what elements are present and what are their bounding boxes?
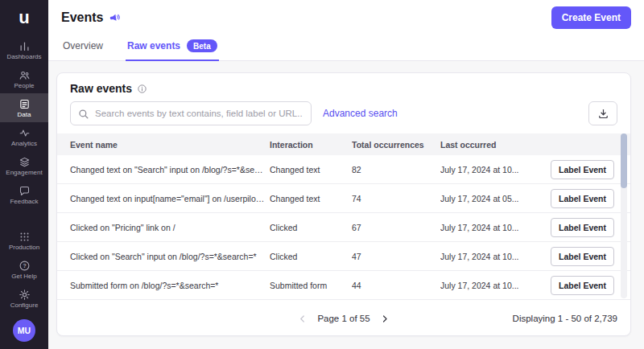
table-row: Changed text on input[name="email"] on /… <box>57 184 630 213</box>
event-name-cell: Changed text on input[name="email"] on /… <box>70 194 265 203</box>
sidebar-item-dashboards[interactable]: Dashboards <box>0 35 48 64</box>
column-header: Last occurred <box>440 140 542 150</box>
tab-label: Raw events <box>127 40 180 51</box>
main-area: Events Create Event Overview Raw events … <box>48 0 644 349</box>
help-icon <box>19 260 31 272</box>
sidebar-item-production[interactable]: Production <box>0 226 48 255</box>
last-occurred-cell: July 17, 2024 at 10... <box>440 223 542 232</box>
sidebar-item-label: Get Help <box>11 273 37 280</box>
event-name-cell: Clicked on "Search" input on /blog/?s=*&… <box>70 252 265 261</box>
table-header: Event nameInteractionTotal occurrencesLa… <box>57 133 630 155</box>
table-row: Submitted form on /blog/?s=*&search=* Su… <box>57 271 630 300</box>
last-occurred-cell: July 17, 2024 at 05... <box>440 194 542 203</box>
chevron-left-icon <box>297 314 308 324</box>
table-header-row: Event nameInteractionTotal occurrencesLa… <box>57 133 630 155</box>
sidebar-item-analytics[interactable]: Analytics <box>0 122 48 151</box>
column-header: Event name <box>70 140 265 150</box>
page-indicator: Page 1 of 55 <box>317 314 369 323</box>
sidebar-item-label: People <box>14 83 35 89</box>
sidebar-nav: Dashboards People Data Analytics Engagem… <box>0 35 48 313</box>
info-icon[interactable] <box>137 84 147 94</box>
sidebar-item-feedback[interactable]: Feedback <box>0 180 48 209</box>
sidebar-item-people[interactable]: People <box>0 64 48 93</box>
last-occurred-cell: July 17, 2024 at 10... <box>440 281 542 290</box>
search-box <box>70 101 312 125</box>
download-button[interactable] <box>588 101 617 125</box>
occurrences-cell: 44 <box>352 281 436 290</box>
event-name-cell: Submitted form on /blog/?s=*&search=* <box>70 281 265 290</box>
page-title: Events <box>61 10 103 25</box>
create-event-button[interactable]: Create Event <box>551 6 631 29</box>
people-icon <box>19 69 31 81</box>
sidebar-item-label: Production <box>9 244 39 251</box>
interaction-cell: Clicked <box>270 252 347 261</box>
userpilot-logo[interactable]: u <box>0 0 48 35</box>
label-event-button[interactable]: Label Event <box>551 189 614 208</box>
tabs-bar: Overview Raw events Beta <box>48 35 644 61</box>
sidebar-item-label: Dashboards <box>6 54 41 60</box>
occurrences-cell: 74 <box>352 194 436 203</box>
tab-overview[interactable]: Overview <box>61 35 105 61</box>
beta-badge: Beta <box>187 39 217 52</box>
prev-page-button[interactable] <box>295 312 309 326</box>
occurrences-cell: 47 <box>352 252 436 261</box>
occurrences-cell: 67 <box>352 223 436 232</box>
interaction-cell: Changed text <box>270 194 347 203</box>
event-name-cell: Clicked on "Pricing" link on / <box>70 223 265 232</box>
sidebar-item-label: Analytics <box>11 141 37 147</box>
sidebar-item-data[interactable]: Data <box>0 93 48 122</box>
content-area: Raw events Advanced search Event na <box>48 61 644 349</box>
next-page-button[interactable] <box>378 312 392 326</box>
user-avatar[interactable]: MU <box>13 319 35 342</box>
engagement-icon <box>19 156 31 168</box>
interaction-cell: Changed text <box>270 165 347 174</box>
advanced-search-link[interactable]: Advanced search <box>323 108 398 119</box>
dashboards-icon <box>19 40 31 52</box>
tab-label: Overview <box>63 40 103 51</box>
data-icon <box>19 98 31 110</box>
events-table: Event nameInteractionTotal occurrencesLa… <box>57 133 630 302</box>
analytics-icon <box>19 127 31 139</box>
sidebar: u Dashboards People Data Analytics Engag… <box>0 0 48 349</box>
sidebar-item-label: Configure <box>10 302 39 309</box>
panel-head: Raw events <box>57 73 630 98</box>
sidebar-item-label: Data <box>18 112 31 118</box>
table-row: Clicked on "Search" input on /blog/?s=*&… <box>57 242 630 271</box>
download-icon <box>597 108 609 120</box>
interaction-cell: Submitted form <box>270 281 347 290</box>
panel-footer: Page 1 of 55 Displaying 1 - 50 of 2,739 <box>57 302 630 335</box>
table-body: Changed text on "Search" input on /blog/… <box>57 155 630 300</box>
sidebar-item-label: Feedback <box>10 199 38 205</box>
scrollbar-thumb[interactable] <box>621 133 627 188</box>
occurrences-cell: 82 <box>352 165 436 174</box>
sidebar-item-configure[interactable]: Configure <box>0 284 48 313</box>
raw-events-panel: Raw events Advanced search Event na <box>56 72 631 336</box>
sidebar-item-engagement[interactable]: Engagement <box>0 151 48 180</box>
last-occurred-cell: July 17, 2024 at 10... <box>440 252 542 261</box>
search-input[interactable] <box>70 101 312 125</box>
label-event-button[interactable]: Label Event <box>551 160 614 179</box>
pagination: Page 1 of 55 <box>295 312 391 326</box>
label-event-button[interactable]: Label Event <box>551 276 614 295</box>
label-event-button[interactable]: Label Event <box>551 247 614 266</box>
page-header: Events Create Event <box>48 0 644 35</box>
feedback-icon <box>19 185 31 197</box>
panel-toolbar: Advanced search <box>57 98 630 133</box>
chevron-right-icon <box>380 314 390 324</box>
app-root: u Dashboards People Data Analytics Engag… <box>0 0 644 349</box>
interaction-cell: Clicked <box>270 223 347 232</box>
tab-raw-events[interactable]: Raw events Beta <box>126 35 219 61</box>
event-name-cell: Changed text on "Search" input on /blog/… <box>70 165 265 174</box>
label-event-button[interactable]: Label Event <box>551 218 614 237</box>
displaying-count: Displaying 1 - 50 of 2,739 <box>513 314 617 323</box>
sidebar-item-label: Engagement <box>6 170 42 176</box>
table-scrollbar[interactable] <box>621 133 627 298</box>
table-row: Changed text on "Search" input on /blog/… <box>57 155 630 184</box>
column-header: Interaction <box>270 140 347 150</box>
sidebar-item-get-help[interactable]: Get Help <box>0 255 48 284</box>
last-occurred-cell: July 17, 2024 at 10... <box>440 165 542 174</box>
configure-icon <box>19 289 31 301</box>
production-icon <box>19 231 31 243</box>
table-row: Clicked on "Pricing" link on / Clicked 6… <box>57 213 630 242</box>
column-header: Total occurrences <box>352 140 436 150</box>
